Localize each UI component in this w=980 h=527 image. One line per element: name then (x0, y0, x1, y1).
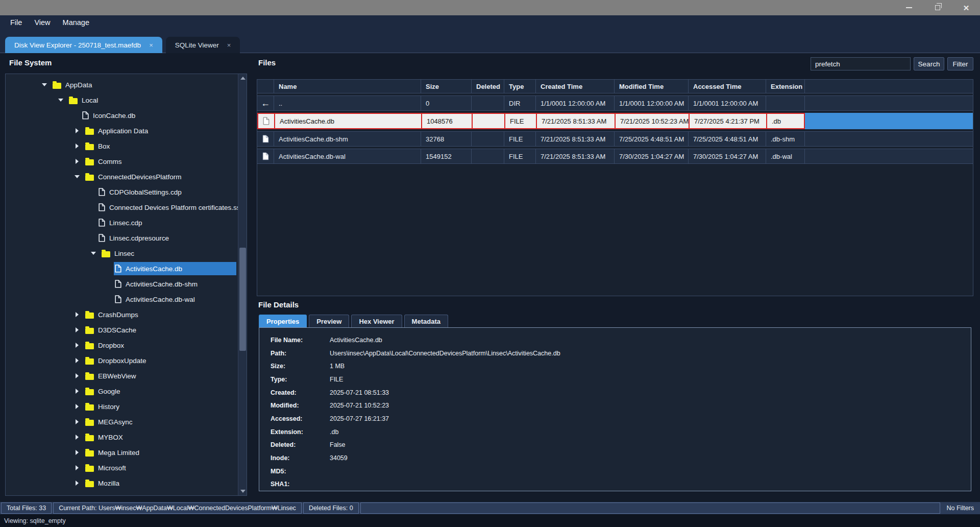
tree-item-activitiescache-db[interactable]: ActivitiesCache.db (6, 261, 238, 276)
expander-icon[interactable] (73, 312, 81, 317)
tab-metadata[interactable]: Metadata (404, 315, 448, 328)
expander-icon[interactable] (73, 343, 81, 348)
menu-file[interactable]: File (4, 17, 28, 28)
tree-item-application-data[interactable]: Application Data (6, 123, 238, 138)
tree-item-ebwebview[interactable]: EBWebView (6, 368, 238, 384)
tree-item-google[interactable]: Google (6, 384, 238, 399)
header-spacer (805, 80, 973, 93)
scrollbar-thumb[interactable] (239, 248, 246, 351)
restore-button[interactable] (931, 2, 944, 13)
tree-item-microsoft[interactable]: Microsoft (6, 460, 238, 475)
search-button[interactable]: Search (914, 57, 944, 70)
expander-icon[interactable] (57, 99, 65, 102)
expander-icon[interactable] (73, 327, 81, 332)
tree-scrollbar[interactable] (238, 74, 247, 495)
tab-sqlite-viewer[interactable]: SQLite Viewer × (166, 37, 240, 53)
cell-extension: .db-shm (766, 132, 805, 146)
viewing-label: Viewing: sqlite_empty (4, 517, 66, 524)
tree-item-mozilla[interactable]: Mozilla (6, 475, 238, 491)
property-sha1: SHA1: (271, 478, 971, 491)
folder-icon (85, 313, 94, 319)
tab-preview[interactable]: Preview (309, 315, 349, 328)
table-row-activitiescache-db-shm[interactable]: ActivitiesCache.db-shm 32768 FILE 7/21/2… (257, 131, 973, 147)
tab-close-icon[interactable]: × (227, 42, 231, 49)
tab-disk-view-explorer[interactable]: Disk View Explorer - 250718_test.maefdb … (5, 37, 162, 53)
expander-icon[interactable] (73, 143, 81, 149)
table-row-activitiescache-db[interactable]: ActivitiesCache.db 1048576 FILE 7/21/202… (257, 113, 973, 129)
cell-type: DIR (504, 96, 536, 110)
expander-icon[interactable] (73, 419, 81, 424)
expander-icon[interactable] (73, 373, 81, 378)
tree-item-comms[interactable]: Comms (6, 154, 238, 169)
tree-item-history[interactable]: History (6, 399, 238, 414)
cell-extension: .db-wal (766, 149, 805, 163)
expander-icon[interactable] (73, 358, 81, 363)
cell-name: .. (274, 96, 421, 110)
tab-properties[interactable]: Properties (259, 315, 307, 328)
tree-item-cdp-certificates[interactable]: Connected Devices Platform certificates.… (6, 200, 238, 215)
minimize-icon (906, 7, 912, 8)
table-row-parent-dir[interactable]: ← .. 0 DIR 1/1/0001 12:00:00 AM 1/1/0001… (257, 95, 973, 111)
back-arrow-icon[interactable]: ← (261, 99, 270, 108)
scroll-up-icon[interactable] (238, 74, 247, 82)
tree-item-megasync[interactable]: MEGAsync (6, 414, 238, 429)
filter-button[interactable]: Filter (947, 57, 973, 70)
header-type[interactable]: Type (504, 80, 536, 93)
header-icon-column (257, 80, 274, 93)
tab-hex-viewer[interactable]: Hex Viewer (351, 315, 402, 328)
expander-icon[interactable] (40, 83, 48, 86)
header-name[interactable]: Name (274, 80, 421, 93)
cell-type: FILE (504, 113, 536, 129)
cell-type: FILE (504, 149, 536, 163)
expander-icon[interactable] (73, 435, 81, 440)
tree-item-activitiescache-db-wal[interactable]: ActivitiesCache.db-wal (6, 292, 238, 307)
tree-item-dropboxupdate[interactable]: DropboxUpdate (6, 353, 238, 368)
search-input[interactable] (811, 57, 911, 70)
header-accessed[interactable]: Accessed Time (689, 80, 766, 93)
scroll-down-icon[interactable] (238, 487, 247, 495)
tree-item-d3dscache[interactable]: D3DSCache (6, 322, 238, 338)
header-modified[interactable]: Modified Time (615, 80, 689, 93)
folder-icon (85, 358, 94, 365)
tree-item-mybox[interactable]: MYBOX (6, 429, 238, 445)
tree-item-ncommon[interactable]: NCommon (6, 491, 238, 496)
menu-manage[interactable]: Manage (57, 17, 95, 28)
tree-item-crashdumps[interactable]: CrashDumps (6, 307, 238, 322)
expander-icon[interactable] (73, 465, 81, 470)
cell-deleted (472, 132, 504, 146)
table-row-activitiescache-db-wal[interactable]: ActivitiesCache.db-wal 1549152 FILE 7/21… (257, 149, 973, 164)
tree-item-appdata[interactable]: AppData (6, 77, 238, 92)
tree-item-iconcache-db[interactable]: IconCache.db (6, 108, 238, 123)
header-created[interactable]: Created Time (536, 80, 615, 93)
cell-extension (766, 96, 805, 110)
tree-item-box[interactable]: Box (6, 138, 238, 154)
tree-item-cdpglobalsettings[interactable]: CDPGlobalSettings.cdp (6, 184, 238, 200)
expander-icon[interactable] (73, 175, 81, 178)
expander-icon[interactable] (73, 450, 81, 455)
tab-close-icon[interactable]: × (149, 42, 153, 49)
tree-item-linsec-cdpresource[interactable]: Linsec.cdpresource (6, 230, 238, 246)
tree-item-linsec-cdp[interactable]: Linsec.cdp (6, 215, 238, 230)
cell-size: 32768 (421, 132, 472, 146)
cell-spacer (805, 149, 973, 163)
expander-icon[interactable] (89, 252, 97, 255)
expander-icon[interactable] (73, 389, 81, 394)
tree-item-mega-limited[interactable]: Mega Limited (6, 445, 238, 460)
tree-item-connecteddevicesplatform[interactable]: ConnectedDevicesPlatform (6, 169, 238, 184)
tree-item-dropbox[interactable]: Dropbox (6, 338, 238, 353)
minimize-button[interactable] (902, 2, 916, 13)
expander-icon[interactable] (73, 481, 81, 486)
cell-name: ActivitiesCache.db-wal (274, 149, 421, 163)
menu-view[interactable]: View (28, 17, 56, 28)
header-extension[interactable]: Extension (766, 80, 805, 93)
expander-icon[interactable] (73, 404, 81, 409)
tree-item-local[interactable]: Local (6, 92, 238, 108)
file-icon (263, 117, 270, 125)
expander-icon[interactable] (73, 159, 81, 164)
header-size[interactable]: Size (421, 80, 472, 93)
expander-icon[interactable] (73, 128, 81, 133)
tree-item-linsec-folder[interactable]: Linsec (6, 246, 238, 261)
tree-item-activitiescache-db-shm[interactable]: ActivitiesCache.db-shm (6, 276, 238, 292)
header-deleted[interactable]: Deleted (472, 80, 504, 93)
close-button[interactable]: ✕ (960, 2, 973, 13)
